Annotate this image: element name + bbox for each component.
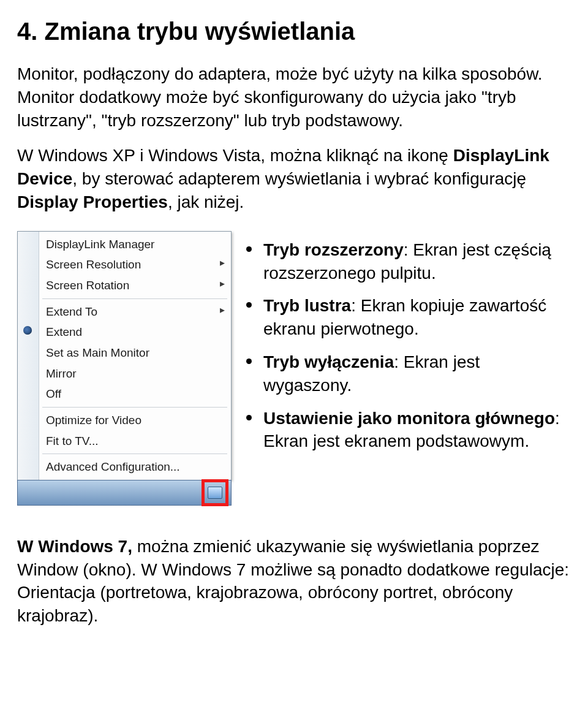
menu-item-label: Extend: [46, 325, 82, 338]
menu-item[interactable]: Screen Resolution: [18, 254, 231, 275]
menu-item-label: Screen Resolution: [46, 258, 141, 271]
figure-row: DisplayLink ManagerScreen ResolutionScre…: [17, 231, 571, 506]
red-highlight-box: [202, 479, 228, 506]
mode-title: Tryb lustra: [263, 296, 351, 315]
intro-paragraph-2: W Windows XP i Windows Vista, można klik…: [17, 144, 571, 213]
p2-bold2: Display Properties: [17, 192, 168, 211]
menu-item[interactable]: Fit to TV...: [18, 431, 231, 452]
bottom-paragraph: W Windows 7, można zmienić ukazywanie si…: [17, 535, 571, 628]
menu-item[interactable]: Mirror: [18, 363, 231, 384]
p2-post: , jak niżej.: [168, 192, 244, 211]
menu-separator: [42, 298, 227, 299]
menu-item[interactable]: Off: [18, 384, 231, 404]
menu-item[interactable]: Extend To: [18, 302, 231, 322]
section-heading: 4. Zmiana trybu wyświetlania: [17, 15, 571, 48]
menu-separator: [42, 454, 227, 454]
menu-item[interactable]: Screen Rotation: [18, 275, 231, 296]
mode-item: Tryb wyłączenia: Ekran jest wygaszony.: [243, 351, 571, 397]
menu-item-label: Extend To: [46, 305, 97, 318]
menu-item-label: Set as Main Monitor: [46, 346, 149, 359]
mode-title: Tryb rozszerzony: [263, 240, 404, 259]
menu-item[interactable]: Optimize for Video: [18, 410, 231, 431]
bottom-lead: W Windows 7,: [17, 537, 137, 556]
menu-item-label: Off: [46, 387, 61, 400]
menu-item[interactable]: Set as Main Monitor: [18, 343, 231, 363]
menu-item[interactable]: Advanced Configuration...: [18, 457, 231, 477]
mode-item: Tryb lustra: Ekran kopiuje zawartość ekr…: [243, 294, 571, 341]
taskbar-fragment: [17, 480, 232, 506]
context-menu-screenshot: DisplayLink ManagerScreen ResolutionScre…: [17, 231, 232, 506]
intro-paragraph-1: Monitor, podłączony do adaptera, może by…: [17, 63, 571, 132]
menu-item-label: DisplayLink Manager: [46, 238, 154, 251]
p2-mid: , by sterować adapterem wyświetlania i w…: [72, 169, 526, 188]
menu-item[interactable]: Extend: [18, 322, 231, 343]
menu-item-label: Mirror: [46, 367, 77, 380]
radio-marker-icon: [23, 326, 32, 335]
modes-list: Tryb rozszerzony: Ekran jest częścią roz…: [243, 238, 571, 463]
mode-title: Tryb wyłączenia: [263, 352, 394, 371]
menu-separator: [42, 407, 227, 408]
p2-pre: W Windows XP i Windows Vista, można klik…: [17, 146, 453, 165]
menu-item-label: Fit to TV...: [46, 435, 99, 447]
context-menu: DisplayLink ManagerScreen ResolutionScre…: [17, 231, 232, 480]
menu-item-label: Optimize for Video: [46, 414, 141, 427]
mode-title: Ustawienie jako monitora głównego: [263, 409, 555, 428]
menu-item-label: Advanced Configuration...: [46, 460, 180, 473]
mode-item: Tryb rozszerzony: Ekran jest częścią roz…: [243, 238, 571, 285]
menu-item[interactable]: DisplayLink Manager: [18, 234, 231, 255]
menu-item-label: Screen Rotation: [46, 279, 129, 292]
mode-item: Ustawienie jako monitora głównego: Ekran…: [243, 407, 571, 454]
